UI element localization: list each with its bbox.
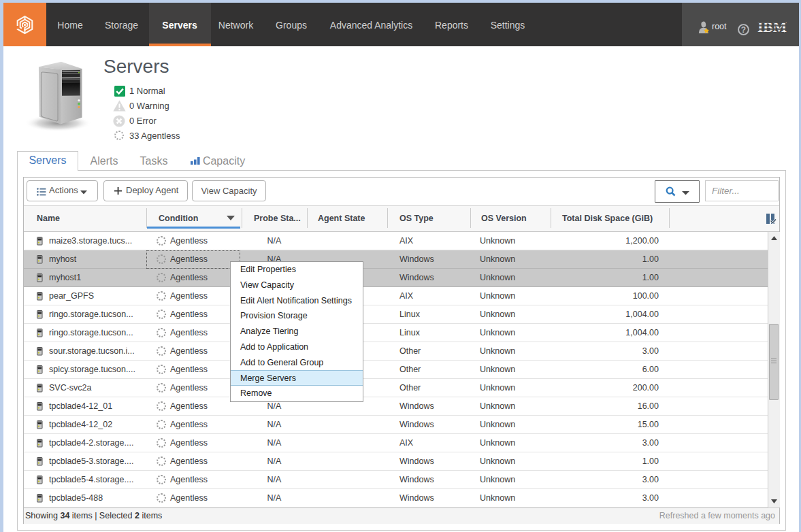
svg-text:?: ?: [741, 25, 746, 35]
